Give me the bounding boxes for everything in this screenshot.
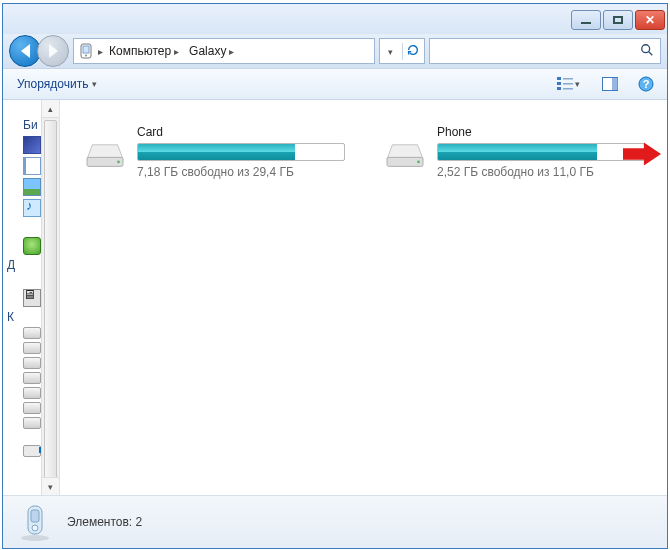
- capacity-fill: [438, 144, 597, 160]
- svg-point-18: [417, 161, 420, 164]
- drive-tile-card[interactable]: Card 7,18 ГБ свободно из 29,4 ГБ: [78, 120, 348, 184]
- drive-tiles: Card 7,18 ГБ свободно из 29,4 ГБ: [78, 120, 649, 184]
- window-maximize-button[interactable]: [603, 10, 633, 30]
- window-close-button[interactable]: ✕: [635, 10, 665, 30]
- status-bar: Элементов: 2: [3, 495, 667, 548]
- svg-rect-7: [557, 82, 561, 85]
- arrow-right-icon: [49, 44, 58, 58]
- drive-icon[interactable]: [23, 402, 41, 414]
- arrow-left-icon: [21, 44, 30, 58]
- drive-icon[interactable]: [23, 387, 41, 399]
- svg-point-3: [642, 44, 650, 52]
- breadcrumb-label: Galaxy: [189, 44, 226, 58]
- thumbnails-icon: [557, 77, 573, 91]
- search-input[interactable]: [429, 38, 661, 64]
- drive-name: Phone: [437, 125, 643, 139]
- search-icon: [640, 43, 654, 60]
- toolbar: Упорядочить ▾ ▾ ?: [3, 68, 667, 100]
- music-icon[interactable]: [23, 199, 41, 217]
- computer-icon[interactable]: [23, 289, 41, 307]
- breadcrumb-segment-galaxy[interactable]: Galaxy ▸: [185, 44, 238, 58]
- chevron-right-icon: ▸: [174, 46, 179, 57]
- sidebar-computer-label[interactable]: К: [7, 310, 14, 324]
- pictures-icon[interactable]: [23, 178, 41, 196]
- svg-rect-8: [563, 83, 573, 85]
- device-icon: [78, 43, 94, 59]
- history-dropdown-button[interactable]: ▾: [380, 44, 402, 58]
- refresh-button[interactable]: [402, 43, 425, 60]
- explorer-window: ✕ ▸ Компьютер ▸ Galaxy ▸: [2, 3, 668, 549]
- scroll-up-button[interactable]: ▴: [42, 100, 59, 118]
- svg-rect-6: [563, 78, 573, 80]
- svg-point-16: [117, 161, 120, 164]
- drive-icon[interactable]: [23, 342, 41, 354]
- device-large-icon: [15, 502, 55, 542]
- breadcrumb[interactable]: ▸ Компьютер ▸ Galaxy ▸: [73, 38, 375, 64]
- drive-icon[interactable]: [23, 327, 41, 339]
- svg-rect-5: [557, 77, 561, 80]
- homegroup-icon[interactable]: [23, 237, 41, 255]
- drive-icon[interactable]: [23, 372, 41, 384]
- preview-pane-button[interactable]: [597, 72, 623, 96]
- refresh-group: ▾: [379, 38, 425, 64]
- breadcrumb-segment-computer[interactable]: Компьютер ▸: [105, 44, 183, 58]
- chevron-right-icon: ▸: [98, 46, 103, 57]
- scroll-thumb[interactable]: [44, 120, 57, 495]
- nav-pane: Би Д К ▴ ▾: [3, 100, 60, 495]
- videos-icon[interactable]: [23, 136, 41, 154]
- content-pane: Card 7,18 ГБ свободно из 29,4 ГБ: [60, 100, 667, 495]
- svg-rect-10: [563, 88, 573, 90]
- drive-tile-phone[interactable]: Phone 2,52 ГБ свободно из 11,0 ГБ: [378, 120, 648, 184]
- chevron-right-icon: ▸: [229, 46, 234, 57]
- drive-icon[interactable]: [23, 357, 41, 369]
- svg-text:?: ?: [643, 78, 650, 90]
- body: Би Д К ▴ ▾: [3, 100, 667, 495]
- svg-rect-12: [612, 78, 618, 90]
- help-button[interactable]: ?: [633, 72, 659, 96]
- capacity-bar: [137, 143, 345, 161]
- nav-forward-button[interactable]: [37, 35, 69, 67]
- window-minimize-button[interactable]: [571, 10, 601, 30]
- svg-rect-1: [83, 46, 89, 53]
- storage-drive-icon: [83, 134, 127, 170]
- chevron-down-icon: ▾: [575, 79, 580, 89]
- callout-arrow-icon: [623, 142, 661, 166]
- titlebar: ✕: [3, 4, 667, 34]
- svg-point-22: [32, 525, 38, 531]
- documents-icon[interactable]: [23, 157, 41, 175]
- svg-line-4: [649, 51, 653, 55]
- drive-subtitle: 2,52 ГБ свободно из 11,0 ГБ: [437, 165, 643, 179]
- status-text: Элементов: 2: [67, 515, 142, 529]
- svg-point-2: [85, 55, 87, 57]
- help-icon: ?: [638, 76, 654, 92]
- chevron-down-icon: ▾: [92, 79, 97, 89]
- scroll-down-button[interactable]: ▾: [42, 477, 59, 495]
- capacity-fill: [138, 144, 295, 160]
- sidebar-scrollbar[interactable]: ▴ ▾: [41, 100, 59, 495]
- storage-drive-icon: [383, 134, 427, 170]
- capacity-bar: [437, 143, 645, 161]
- drive-info: Phone 2,52 ГБ свободно из 11,0 ГБ: [437, 125, 643, 179]
- address-bar: ▸ Компьютер ▸ Galaxy ▸ ▾: [3, 34, 667, 68]
- svg-rect-21: [31, 510, 39, 522]
- preview-pane-icon: [602, 77, 618, 91]
- drive-icon[interactable]: [23, 417, 41, 429]
- drive-subtitle: 7,18 ГБ свободно из 29,4 ГБ: [137, 165, 343, 179]
- removable-drive-icon[interactable]: [23, 445, 41, 457]
- svg-rect-9: [557, 87, 561, 90]
- drive-name: Card: [137, 125, 343, 139]
- breadcrumb-label: Компьютер: [109, 44, 171, 58]
- organize-label: Упорядочить: [17, 77, 88, 91]
- change-view-button[interactable]: ▾: [549, 72, 587, 96]
- sidebar-homegroup-label[interactable]: Д: [7, 258, 15, 272]
- organize-button[interactable]: Упорядочить ▾: [11, 75, 103, 93]
- svg-point-19: [21, 535, 49, 541]
- nav-buttons: [9, 35, 69, 67]
- drive-info: Card 7,18 ГБ свободно из 29,4 ГБ: [137, 125, 343, 179]
